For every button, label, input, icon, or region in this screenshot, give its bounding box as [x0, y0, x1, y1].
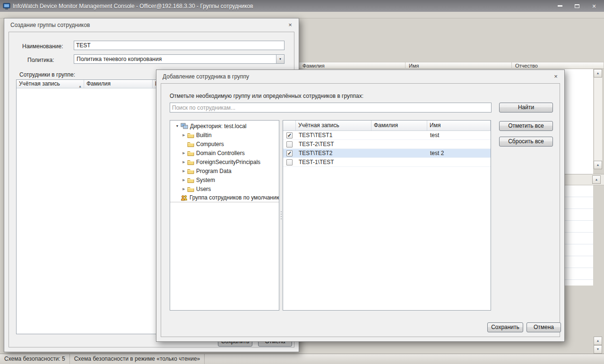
- employee-row[interactable]: ✓ TEST-1\TEST: [283, 158, 491, 167]
- group-icon: [181, 195, 188, 201]
- employee-row[interactable]: ✓ TEST\TEST2 test 2: [283, 149, 491, 158]
- row-checkbox[interactable]: ✓: [286, 150, 293, 156]
- scroll-down-icon: ▼: [596, 347, 600, 351]
- scroll-up-button[interactable]: ▲: [594, 69, 602, 78]
- create-group-dialog-titlebar: Создание группы сотрудников ×: [4, 18, 299, 31]
- directory-tree: ▼ Директория: test.local ▶ Builtin: [170, 120, 279, 311]
- tree-item-label: System: [196, 177, 215, 183]
- tree-item-system[interactable]: ▶ System: [170, 175, 279, 184]
- employee-row[interactable]: ✓ TEST-2\TEST: [283, 140, 491, 149]
- tree-root-directory[interactable]: ▼ Директория: test.local: [170, 121, 279, 130]
- dialog-close-icon[interactable]: ×: [286, 21, 294, 28]
- lower-scroll-up-button[interactable]: ▲: [594, 337, 602, 345]
- clear-all-button[interactable]: Сбросить все: [499, 137, 553, 147]
- folder-icon: [187, 159, 194, 165]
- tree-item-label: Domain Controllers: [196, 150, 245, 156]
- folder-icon: [187, 150, 194, 156]
- background-scrollbar-track[interactable]: [594, 69, 602, 169]
- folder-icon: [187, 177, 194, 183]
- tree-collapsed-icon[interactable]: ▶: [181, 133, 187, 137]
- column-header-surname[interactable]: Фамилия: [84, 80, 153, 88]
- lower-scroll-down-button[interactable]: ▼: [594, 345, 602, 354]
- column-header-account[interactable]: Учётная запись: [296, 121, 371, 130]
- tree-item-default-group[interactable]: Группа сотрудников по умолчанию: [170, 193, 279, 202]
- tree-collapsed-icon[interactable]: ▶: [181, 169, 187, 173]
- tree-item-label: Program Data: [196, 168, 232, 174]
- menu-bar: [0, 12, 604, 18]
- sort-asc-icon: ▲: [78, 82, 82, 88]
- tree-collapsed-icon[interactable]: ▶: [181, 151, 187, 155]
- dialog-close-icon[interactable]: ×: [552, 73, 560, 80]
- add-employee-dialog: Добавление сотрудника в группу × Отметьт…: [156, 69, 565, 342]
- scroll-up-icon: ▲: [596, 339, 600, 342]
- chevron-up-icon: ▲: [595, 178, 598, 181]
- name-label: Наименование:: [22, 43, 63, 50]
- column-header-checkbox: [283, 121, 296, 130]
- row-checkbox[interactable]: ✓: [286, 159, 293, 165]
- maximize-button[interactable]: [571, 2, 583, 10]
- cell-name: test 2: [427, 150, 491, 156]
- minimize-button[interactable]: [554, 2, 566, 10]
- policy-label: Политика:: [27, 57, 54, 63]
- employees-table-header: Учётная запись Фамилия Имя: [283, 121, 491, 131]
- column-header-name[interactable]: Имя: [406, 62, 512, 69]
- column-header-surname[interactable]: Фамилия: [371, 121, 427, 130]
- select-all-button[interactable]: Отметить все: [499, 121, 553, 131]
- background-list-header: Фамилия Имя Отчество: [299, 62, 604, 69]
- minimize-icon: [558, 5, 562, 7]
- policy-selected-value: Политика теневого копирования: [77, 56, 162, 62]
- policy-combobox[interactable]: Политика теневого копирования ▼: [74, 54, 285, 64]
- column-header-account[interactable]: Учётная запись ▲: [17, 80, 84, 88]
- tree-item-label: Users: [196, 186, 211, 192]
- status-bar: Схема безопасности: 5 Схема безопасности…: [0, 354, 604, 364]
- tree-item-builtin[interactable]: ▶ Builtin: [170, 130, 279, 139]
- save-button[interactable]: Сохранить: [487, 322, 523, 332]
- group-name-input[interactable]: [74, 41, 285, 50]
- tree-item-foreign-security-principals[interactable]: ▶ ForeignSecurityPrincipals: [170, 157, 279, 166]
- column-header-patronymic[interactable]: Отчество: [512, 62, 604, 69]
- find-button[interactable]: Найти: [499, 103, 553, 113]
- column-header-name[interactable]: Имя: [427, 121, 491, 130]
- tree-item-program-data[interactable]: ▶ Program Data: [170, 166, 279, 175]
- column-header-surname[interactable]: Фамилия: [299, 62, 406, 69]
- folder-icon: [187, 141, 194, 147]
- tree-expanded-icon[interactable]: ▼: [174, 124, 181, 128]
- tree-collapsed-icon[interactable]: ▶: [181, 160, 187, 164]
- chevron-down-icon: ▼: [279, 55, 282, 63]
- panel-splitter[interactable]: [279, 120, 283, 311]
- cell-account: TEST-1\TEST: [296, 159, 371, 165]
- folder-icon: [187, 132, 194, 138]
- close-button[interactable]: ×: [588, 2, 600, 10]
- cell-account: TEST\TEST1: [296, 132, 371, 139]
- tree-collapsed-icon[interactable]: ▶: [181, 178, 187, 182]
- tree-item-label: Группа сотрудников по умолчанию: [190, 194, 279, 201]
- check-icon: ✓: [287, 151, 292, 156]
- employee-search-input[interactable]: [170, 103, 492, 113]
- add-employee-dialog-titlebar: Добавление сотрудника в группу ×: [156, 70, 564, 83]
- window-titlebar: InfoWatch Device Monitor Management Cons…: [0, 0, 604, 12]
- combo-dropdown-button[interactable]: ▼: [276, 55, 284, 63]
- row-checkbox[interactable]: ✓: [286, 132, 293, 139]
- close-icon: ×: [592, 2, 596, 10]
- tree-item-users[interactable]: ▶ Users: [170, 184, 279, 193]
- tree-item-label: Builtin: [196, 132, 212, 139]
- screen: InfoWatch Device Monitor Management Cons…: [0, 0, 604, 364]
- cancel-button[interactable]: Отмена: [526, 322, 561, 332]
- tree-item-domain-controllers[interactable]: ▶ Domain Controllers: [170, 148, 279, 157]
- employee-row[interactable]: ✓ TEST\TEST1 test: [283, 131, 491, 140]
- status-readonly-mode: Схема безопасности в режиме «только чтен…: [70, 354, 205, 364]
- maximize-icon: [575, 4, 579, 8]
- status-security-scheme: Схема безопасности: 5: [0, 354, 70, 364]
- cell-account: TEST-2\TEST: [296, 141, 371, 147]
- folder-icon: [187, 168, 194, 174]
- row-checkbox[interactable]: ✓: [286, 141, 293, 147]
- employees-table: Учётная запись Фамилия Имя ✓ TEST\TEST1 …: [283, 120, 491, 311]
- scroll-down-button[interactable]: ▲: [594, 161, 602, 169]
- cell-name: test: [427, 132, 491, 139]
- tree-item-label: Директория: test.local: [190, 123, 247, 130]
- dialog-title: Создание группы сотрудников: [10, 22, 90, 28]
- tree-item-computers[interactable]: Computers: [170, 139, 279, 148]
- members-label: Сотрудники в группе:: [19, 71, 75, 78]
- collapse-pane-button[interactable]: ▲: [592, 175, 601, 184]
- tree-collapsed-icon[interactable]: ▶: [181, 187, 187, 191]
